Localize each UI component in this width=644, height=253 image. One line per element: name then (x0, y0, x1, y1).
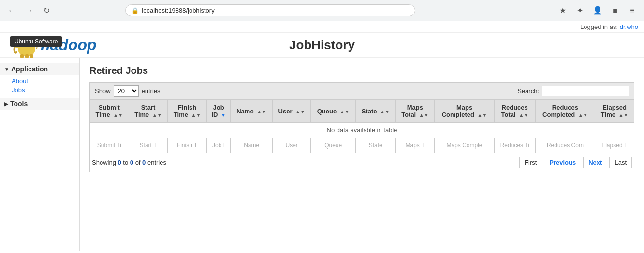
browser-right-icons: ★ ✦ 👤 ■ ≡ (556, 4, 639, 17)
extensions-button[interactable]: ■ (608, 4, 622, 17)
col-name[interactable]: Name ▲▼ (231, 100, 273, 123)
sidebar-tools-label: Tools (10, 100, 28, 108)
footer-queue: Queue (311, 138, 356, 153)
section-title: Retired Jobs (89, 65, 634, 76)
sort-icon-jobid: ▼ (221, 112, 226, 118)
sort-icon-reduces-completed: ▲▼ (578, 112, 588, 118)
show-label: Show (95, 87, 111, 95)
table-body: No data available in table Submit Ti Sta… (90, 123, 634, 153)
show-entries: Show 20 10 50 100 entries (95, 85, 161, 97)
sidebar: ▼ Application About Jobs ▶ Tools (0, 58, 80, 251)
table-header-row: SubmitTime ▲▼ StartTime ▲▼ FinishTime ▲▼… (90, 100, 634, 123)
sort-icon-reduces-total: ▲▼ (519, 112, 528, 118)
next-button[interactable]: Next (583, 157, 607, 168)
col-submit-time[interactable]: SubmitTime ▲▼ (90, 100, 129, 123)
menu-button[interactable]: ≡ (626, 4, 639, 17)
main-layout: ▼ Application About Jobs ▶ Tools Retired… (0, 58, 644, 251)
page-header: hadoop JobHistory (0, 33, 644, 58)
sort-icon-finish: ▲▼ (191, 112, 201, 118)
table-controls: Show 20 10 50 100 entries Search: (89, 82, 634, 99)
col-maps-total[interactable]: MapsTotal ▲▼ (395, 100, 435, 123)
no-data-row: No data available in table (90, 123, 634, 138)
last-button[interactable]: Last (609, 157, 632, 168)
previous-button[interactable]: Previous (544, 157, 581, 168)
sort-icon-elapsed: ▲▼ (619, 112, 629, 118)
sidebar-application-header[interactable]: ▼ Application (0, 63, 79, 75)
sort-icon-start: ▲▼ (152, 112, 162, 118)
table-footer-row: Submit Ti Start T Finish T Job I Name Us… (90, 138, 634, 153)
footer-name: Name (231, 138, 273, 153)
footer-finish-time: Finish T (168, 138, 207, 153)
search-area: Search: (517, 86, 629, 96)
url-text: localhost:19888/jobhistory (142, 7, 409, 14)
profile-button[interactable]: 👤 (591, 4, 604, 17)
footer-state: State (355, 138, 395, 153)
back-button[interactable]: ← (5, 4, 18, 17)
showing-to: 0 (130, 159, 133, 166)
sort-icon-submit: ▲▼ (113, 112, 123, 118)
ubuntu-badge: Ubuntu Software (10, 36, 62, 47)
col-job-id[interactable]: JobID ▼ (206, 100, 230, 123)
table-header: SubmitTime ▲▼ StartTime ▲▼ FinishTime ▲▼… (90, 100, 634, 123)
address-bar: 🔒 localhost:19888/jobhistory (125, 4, 415, 16)
sidebar-tools-header[interactable]: ▶ Tools (0, 98, 79, 110)
col-start-time[interactable]: StartTime ▲▼ (129, 100, 168, 123)
browser-chrome: ← → ↻ 🔒 localhost:19888/jobhistory ★ ✦ 👤… (0, 0, 644, 21)
forward-button[interactable]: → (22, 4, 36, 17)
footer-user: User (273, 138, 311, 153)
col-user[interactable]: User ▲▼ (273, 100, 311, 123)
sort-icon-maps-total: ▲▼ (419, 112, 429, 118)
footer-elapsed-time: Elapsed T (595, 138, 634, 153)
show-select[interactable]: 20 10 50 100 (114, 85, 139, 97)
col-queue[interactable]: Queue ▲▼ (311, 100, 356, 123)
entries-label: entries (142, 87, 161, 95)
sort-icon-name: ▲▼ (257, 109, 266, 114)
sort-icon-maps-completed: ▲▼ (478, 112, 487, 118)
application-arrow-icon: ▼ (4, 67, 9, 72)
data-table: SubmitTime ▲▼ StartTime ▲▼ FinishTime ▲▼… (89, 99, 634, 153)
table-footer: Showing 0 to 0 of 0 entries First Previo… (89, 153, 634, 172)
col-maps-completed[interactable]: MapsCompleted ▲▼ (435, 100, 495, 123)
footer-job-id: Job I (206, 138, 230, 153)
sidebar-application-section: ▼ Application About Jobs (0, 63, 79, 96)
col-state[interactable]: State ▲▼ (355, 100, 395, 123)
search-input[interactable] (542, 86, 629, 96)
no-data-message: No data available in table (90, 123, 634, 138)
sidebar-link-jobs[interactable]: Jobs (10, 85, 79, 95)
showing-entries-label: entries (147, 159, 166, 166)
col-reduces-completed[interactable]: ReducesCompleted ▲▼ (535, 100, 595, 123)
content-area: Retired Jobs Show 20 10 50 100 entries S… (80, 58, 644, 251)
svg-rect-6 (25, 54, 29, 58)
showing-of: 0 (142, 159, 146, 166)
svg-rect-7 (30, 54, 33, 58)
page-title: JobHistory (289, 38, 355, 53)
refresh-button[interactable]: ↻ (40, 4, 53, 17)
logged-in-text: Logged in as: (580, 23, 618, 30)
shield-icon: 🔒 (132, 7, 139, 14)
footer-maps-total: Maps T (395, 138, 435, 153)
top-bar: Logged in as: dr.who (0, 21, 644, 33)
search-label: Search: (517, 87, 539, 95)
footer-start-time: Start T (129, 138, 168, 153)
tools-arrow-icon: ▶ (4, 101, 8, 107)
pagination: First Previous Next Last (519, 157, 632, 168)
footer-submit-time: Submit Ti (90, 138, 129, 153)
footer-reduces-completed: Reduces Com (535, 138, 595, 153)
col-elapsed-time[interactable]: ElapsedTime ▲▼ (595, 100, 634, 123)
first-button[interactable]: First (519, 157, 542, 168)
svg-rect-5 (20, 54, 24, 58)
sidebar-application-label: Application (11, 65, 48, 73)
showing-from: 0 (117, 159, 121, 166)
footer-maps-completed: Maps Comple (435, 138, 495, 153)
sort-icon-user: ▲▼ (295, 109, 305, 114)
sidebar-links: About Jobs (0, 75, 79, 96)
pocket-button[interactable]: ✦ (573, 4, 587, 17)
bookmark-button[interactable]: ★ (556, 4, 570, 17)
username-link[interactable]: dr.who (620, 23, 638, 30)
showing-text: Showing 0 to 0 of 0 entries (92, 159, 166, 166)
footer-reduces-total: Reduces Ti (494, 138, 535, 153)
sort-icon-queue: ▲▼ (340, 109, 350, 114)
col-finish-time[interactable]: FinishTime ▲▼ (168, 100, 207, 123)
col-reduces-total[interactable]: ReducesTotal ▲▼ (494, 100, 535, 123)
sidebar-link-about[interactable]: About (10, 76, 79, 85)
